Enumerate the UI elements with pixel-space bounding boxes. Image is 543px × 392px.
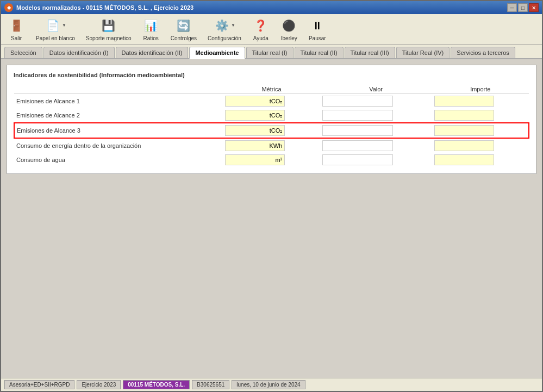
value-agua — [320, 153, 432, 167]
input-importe-agua[interactable] — [434, 154, 494, 165]
title-bar: ◆ Modelos normalizados - 00115 MÉTODOS, … — [1, 1, 542, 14]
input-value-alcance-1[interactable] — [322, 96, 393, 107]
iberley-icon: ⚫ — [280, 17, 298, 34]
metric-alcance-2 — [223, 108, 320, 123]
toolbar-ratios-label: Ratios — [143, 35, 159, 41]
toolbar: 🚪 Salir 📄 ▼ Papel en blanco 💾 Soporte ma… — [1, 14, 542, 45]
window-title: Modelos normalizados - 00115 MÉTODOS, S.… — [16, 4, 194, 11]
toolbar-soporte-label: Soporte magnetico — [86, 35, 132, 41]
metric-energia — [223, 138, 320, 153]
toolbar-iberley[interactable]: ⚫ Iberley — [277, 16, 301, 42]
minimize-button[interactable]: ─ — [507, 3, 517, 12]
sustainability-panel: Indicadores de sostenibilidad (Informaci… — [7, 65, 536, 174]
tab-datos-id-1[interactable]: Datos identificación (I) — [43, 47, 115, 58]
status-empresa: 00115 MÉTODOS, S.L. — [123, 380, 190, 389]
toolbar-soporte[interactable]: 💾 Soporte magnetico — [83, 16, 135, 42]
input-metric-agua[interactable] — [225, 154, 285, 165]
row-alcance-3: Emisiones de Alcance 3 — [14, 123, 529, 138]
toolbar-pausar[interactable]: ⏸ Pausar — [305, 16, 329, 42]
ayuda-icon: ❓ — [252, 17, 270, 34]
status-cif: B30625651 — [192, 380, 229, 389]
toolbar-salir-label: Salir — [11, 35, 22, 41]
importe-alcance-2 — [432, 108, 529, 123]
status-bar: Asesoria+ED+SII+RGPD Ejercicio 2023 0011… — [1, 378, 542, 391]
importe-alcance-3 — [432, 123, 529, 138]
toolbar-iberley-label: Iberley — [281, 35, 297, 41]
importe-alcance-1 — [432, 94, 529, 109]
input-metric-energia[interactable] — [225, 140, 285, 151]
input-importe-energia[interactable] — [434, 140, 494, 151]
col-empty — [14, 85, 223, 94]
tab-medioambiente[interactable]: Medioambiente — [189, 47, 245, 59]
label-agua: Consumo de agua — [14, 153, 223, 167]
input-metric-alcance-3[interactable] — [225, 125, 285, 136]
input-value-agua[interactable] — [322, 154, 393, 165]
tab-titular-real-4[interactable]: Titular Real (IV) — [396, 47, 450, 58]
main-content: Indicadores de sostenibilidad (Informaci… — [1, 59, 542, 378]
tab-titular-real-1[interactable]: Titular real (I) — [246, 47, 294, 58]
toolbar-ayuda-label: Ayuda — [253, 35, 269, 41]
row-agua: Consumo de agua — [14, 153, 529, 167]
row-energia: Consumo de energía dentro de la organiza… — [14, 138, 529, 153]
input-metric-alcance-1[interactable] — [225, 96, 285, 107]
configuracion-icon: ⚙️ — [214, 17, 231, 34]
title-bar-left: ◆ Modelos normalizados - 00115 MÉTODOS, … — [4, 3, 194, 12]
input-value-energia[interactable] — [322, 140, 393, 151]
sustainability-table: Métrica Valor Importe Emisiones de Alcan… — [14, 85, 529, 167]
configuracion-arrow-icon: ▼ — [231, 23, 235, 28]
status-fecha: lunes, 10 de junio de 2024 — [232, 380, 305, 389]
title-buttons: ─ □ ✕ — [507, 3, 539, 12]
input-importe-alcance-3[interactable] — [434, 125, 494, 136]
papel-arrow-icon: ▼ — [62, 23, 66, 28]
toolbar-ayuda[interactable]: ❓ Ayuda — [249, 16, 273, 42]
label-alcance-3: Emisiones de Alcance 3 — [14, 123, 223, 138]
toolbar-controlges-label: Controlges — [171, 35, 197, 41]
value-alcance-1 — [320, 94, 432, 109]
papel-icon: 📄 — [45, 17, 62, 34]
label-alcance-2: Emisiones de Alcance 2 — [14, 108, 223, 123]
metric-alcance-3 — [223, 123, 320, 138]
tab-servicios-terceros[interactable]: Servicios a terceros — [451, 47, 515, 58]
main-window: ◆ Modelos normalizados - 00115 MÉTODOS, … — [0, 0, 543, 392]
toolbar-papel[interactable]: 📄 ▼ Papel en blanco — [33, 16, 78, 42]
input-value-alcance-2[interactable] — [322, 110, 393, 121]
value-alcance-2 — [320, 108, 432, 123]
label-alcance-1: Emisiones de Alcance 1 — [14, 94, 223, 109]
controlges-icon: 🔄 — [175, 17, 192, 34]
metric-alcance-1 — [223, 94, 320, 109]
toolbar-papel-label: Papel en blanco — [36, 35, 75, 41]
toolbar-ratios[interactable]: 📊 Ratios — [139, 16, 163, 42]
soporte-icon: 💾 — [100, 17, 117, 34]
row-alcance-2: Emisiones de Alcance 2 — [14, 108, 529, 123]
importe-energia — [432, 138, 529, 153]
toolbar-salir[interactable]: 🚪 Salir — [4, 16, 28, 42]
input-metric-alcance-2[interactable] — [225, 110, 285, 121]
status-ejercicio: Ejercicio 2023 — [77, 380, 121, 389]
tab-titular-real-2[interactable]: Titular real (II) — [295, 47, 344, 58]
tab-titular-real-3[interactable]: Titular real (III) — [345, 47, 395, 58]
input-value-alcance-3[interactable] — [322, 125, 393, 136]
importe-agua — [432, 153, 529, 167]
input-importe-alcance-1[interactable] — [434, 96, 494, 107]
tab-seleccion[interactable]: Selección — [4, 47, 42, 58]
input-importe-alcance-2[interactable] — [434, 110, 494, 121]
toolbar-configuracion-label: Configuración — [208, 35, 241, 41]
pausar-icon: ⏸ — [309, 17, 326, 34]
ratios-icon: 📊 — [142, 17, 160, 34]
col-metrica: Métrica — [223, 85, 320, 94]
metric-agua — [223, 153, 320, 167]
toolbar-configuracion[interactable]: ⚙️ ▼ Configuración — [204, 16, 245, 42]
value-alcance-3 — [320, 123, 432, 138]
value-energia — [320, 138, 432, 153]
panel-title: Indicadores de sostenibilidad (Informaci… — [14, 72, 529, 78]
toolbar-controlges[interactable]: 🔄 Controlges — [167, 16, 200, 42]
exit-icon: 🚪 — [8, 17, 25, 34]
close-button[interactable]: ✕ — [529, 3, 539, 12]
label-energia: Consumo de energía dentro de la organiza… — [14, 138, 223, 153]
row-alcance-1: Emisiones de Alcance 1 — [14, 94, 529, 109]
toolbar-pausar-label: Pausar — [309, 35, 326, 41]
tabs-container: Selección Datos identificación (I) Datos… — [1, 45, 542, 59]
tab-datos-id-2[interactable]: Datos identificación (II) — [116, 47, 189, 58]
maximize-button[interactable]: □ — [518, 3, 528, 12]
app-icon: ◆ — [4, 3, 13, 12]
